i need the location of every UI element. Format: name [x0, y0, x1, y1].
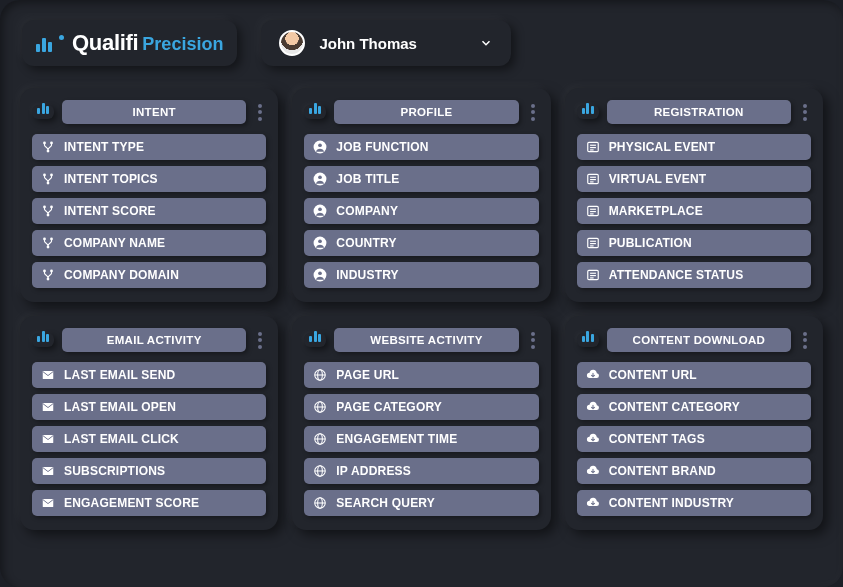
mail-icon [40, 463, 56, 479]
field-label: ENGAGEMENT TIME [336, 432, 457, 446]
field-label: SEARCH QUERY [336, 496, 435, 510]
card-header: EMAIL ACTIVITY [32, 328, 266, 352]
field-item[interactable]: LAST EMAIL OPEN [32, 394, 266, 420]
card-items: LAST EMAIL SEND LAST EMAIL OPEN LAST EMA… [32, 362, 266, 516]
topbar: QualifiPrecision John Thomas [20, 16, 823, 70]
field-item[interactable]: VIRTUAL EVENT [577, 166, 811, 192]
field-item[interactable]: INDUSTRY [304, 262, 538, 288]
card-title[interactable]: WEBSITE ACTIVITY [334, 328, 518, 352]
svg-point-8 [47, 214, 50, 217]
field-item[interactable]: COMPANY [304, 198, 538, 224]
field-label: COMPANY DOMAIN [64, 268, 179, 282]
card-title[interactable]: CONTENT DOWNLOAD [607, 328, 791, 352]
field-item[interactable]: CONTENT URL [577, 362, 811, 388]
card-bars-icon [577, 105, 599, 119]
card-title[interactable]: PROFILE [334, 100, 518, 124]
fork-icon [40, 267, 56, 283]
field-item[interactable]: PUBLICATION [577, 230, 811, 256]
card-email-activity: EMAIL ACTIVITY LAST EMAIL SEND LAST EMAI… [20, 316, 278, 530]
field-item[interactable]: COMPANY NAME [32, 230, 266, 256]
card-header: INTENT [32, 100, 266, 124]
list-icon [585, 235, 601, 251]
card-bars-icon [32, 333, 54, 347]
card-title[interactable]: EMAIL ACTIVITY [62, 328, 246, 352]
brand-dot-icon [59, 35, 64, 40]
field-item[interactable]: CONTENT CATEGORY [577, 394, 811, 420]
svg-point-9 [43, 238, 46, 241]
field-item[interactable]: LAST EMAIL SEND [32, 362, 266, 388]
card-header: REGISTRATION [577, 100, 811, 124]
more-menu-icon[interactable] [254, 102, 266, 123]
field-item[interactable]: CONTENT BRAND [577, 458, 811, 484]
field-label: PAGE URL [336, 368, 399, 382]
field-item[interactable]: ENGAGEMENT TIME [304, 426, 538, 452]
card-content-download: CONTENT DOWNLOAD CONTENT URL CONTENT CAT… [565, 316, 823, 530]
fork-icon [40, 171, 56, 187]
field-item[interactable]: JOB TITLE [304, 166, 538, 192]
svg-point-6 [43, 206, 46, 209]
chevron-down-icon [479, 36, 493, 50]
field-label: COUNTRY [336, 236, 396, 250]
card-bars-icon [32, 105, 54, 119]
svg-point-2 [47, 150, 50, 153]
field-item[interactable]: CONTENT INDUSTRY [577, 490, 811, 516]
fork-icon [40, 203, 56, 219]
more-menu-icon[interactable] [527, 330, 539, 351]
card-title[interactable]: INTENT [62, 100, 246, 124]
more-menu-icon[interactable] [527, 102, 539, 123]
field-item[interactable]: INTENT SCORE [32, 198, 266, 224]
field-item[interactable]: JOB FUNCTION [304, 134, 538, 160]
field-item[interactable]: PAGE CATEGORY [304, 394, 538, 420]
field-item[interactable]: PHYSICAL EVENT [577, 134, 811, 160]
field-item[interactable]: INTENT TOPICS [32, 166, 266, 192]
svg-point-18 [318, 175, 322, 179]
mail-icon [40, 495, 56, 511]
globe-icon [312, 463, 328, 479]
svg-point-11 [47, 246, 50, 249]
user-name-label: John Thomas [319, 35, 465, 52]
field-item[interactable]: INTENT TYPE [32, 134, 266, 160]
person-icon [312, 235, 328, 251]
svg-point-12 [43, 270, 46, 273]
person-icon [312, 203, 328, 219]
download-icon [585, 431, 601, 447]
fork-icon [40, 139, 56, 155]
more-menu-icon[interactable] [799, 330, 811, 351]
more-menu-icon[interactable] [254, 330, 266, 351]
brand-name: QualifiPrecision [72, 30, 223, 56]
svg-point-4 [50, 174, 53, 177]
field-item[interactable]: COUNTRY [304, 230, 538, 256]
card-bars-icon [304, 105, 326, 119]
card-items: CONTENT URL CONTENT CATEGORY CONTENT TAG… [577, 362, 811, 516]
field-label: VIRTUAL EVENT [609, 172, 707, 186]
field-item[interactable]: ATTENDANCE STATUS [577, 262, 811, 288]
more-menu-icon[interactable] [799, 102, 811, 123]
card-items: INTENT TYPE INTENT TOPICS INTENT SCORE C… [32, 134, 266, 288]
field-item[interactable]: COMPANY DOMAIN [32, 262, 266, 288]
field-label: LAST EMAIL OPEN [64, 400, 176, 414]
field-item[interactable]: SUBSCRIPTIONS [32, 458, 266, 484]
field-item[interactable]: IP ADDRESS [304, 458, 538, 484]
download-icon [585, 495, 601, 511]
field-item[interactable]: MARKETPLACE [577, 198, 811, 224]
user-selector[interactable]: John Thomas [261, 20, 511, 66]
field-item[interactable]: LAST EMAIL CLICK [32, 426, 266, 452]
field-label: SUBSCRIPTIONS [64, 464, 165, 478]
field-label: LAST EMAIL CLICK [64, 432, 179, 446]
card-title[interactable]: REGISTRATION [607, 100, 791, 124]
card-intent: INTENT INTENT TYPE INTENT TOPICS INTENT … [20, 88, 278, 302]
globe-icon [312, 399, 328, 415]
field-label: CONTENT URL [609, 368, 697, 382]
field-item[interactable]: ENGAGEMENT SCORE [32, 490, 266, 516]
field-item[interactable]: SEARCH QUERY [304, 490, 538, 516]
field-label: PAGE CATEGORY [336, 400, 442, 414]
brand-name-text: Qualifi [72, 30, 138, 55]
field-label: PHYSICAL EVENT [609, 140, 716, 154]
mail-icon [40, 399, 56, 415]
download-icon [585, 463, 601, 479]
card-header: CONTENT DOWNLOAD [577, 328, 811, 352]
field-label: PUBLICATION [609, 236, 692, 250]
field-item[interactable]: PAGE URL [304, 362, 538, 388]
field-item[interactable]: CONTENT TAGS [577, 426, 811, 452]
field-label: INTENT TOPICS [64, 172, 158, 186]
